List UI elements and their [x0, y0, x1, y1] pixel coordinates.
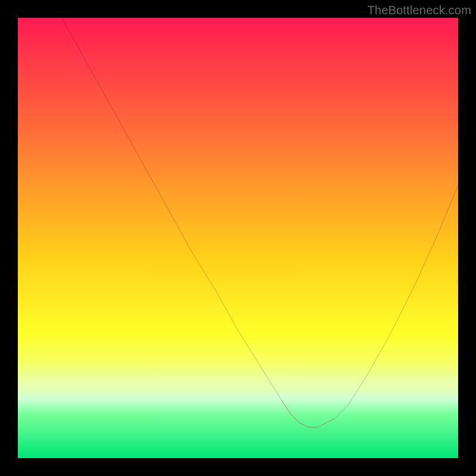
chart-frame: TheBottleneck.com [0, 0, 476, 476]
chart-plot-area [18, 18, 458, 458]
bottleneck-curve-svg [18, 18, 458, 458]
trough-highlight-marker [282, 401, 335, 427]
watermark-text: TheBottleneck.com [367, 4, 471, 17]
bottleneck-curve-line [62, 18, 458, 427]
